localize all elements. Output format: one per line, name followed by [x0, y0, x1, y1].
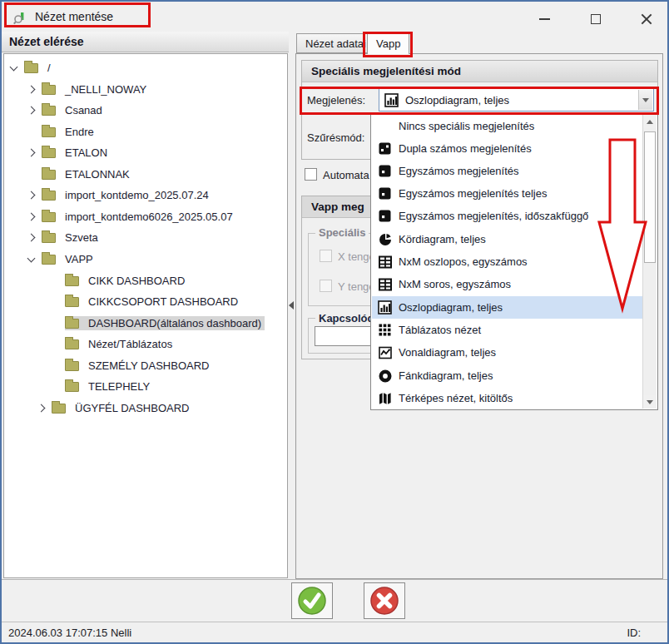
dropdown-item[interactable]: Egyszámos megjelenítés: [372, 160, 643, 182]
folder-icon: [24, 63, 38, 73]
dropdown-item[interactable]: Kördiagram, teljes: [372, 228, 643, 250]
dropdown-item[interactable]: Egyszámos megjelenítés, időszakfüggő: [372, 205, 643, 227]
maximize-button[interactable]: [583, 10, 608, 28]
folder-icon: [42, 148, 56, 158]
save-view-dialog: Nézet mentése Nézet elérése / _NELLI_NOW…: [0, 0, 669, 644]
folder-icon: [42, 233, 56, 243]
dropdown-item[interactable]: Táblázatos nézet: [372, 319, 643, 341]
folder-icon: [42, 191, 56, 201]
chevron-right-icon[interactable]: [27, 149, 36, 157]
dropdown-item[interactable]: Térképes nézet, kitöltős: [372, 387, 643, 409]
dropdown-scrollbar[interactable]: [642, 115, 657, 409]
tab-vapp[interactable]: Vapp: [367, 32, 409, 54]
tree-item[interactable]: Endre: [4, 121, 287, 142]
chevron-right-icon[interactable]: [27, 234, 36, 242]
tree-item[interactable]: SZEMÉLY DASHBOARD: [4, 355, 287, 376]
arrow-down-icon: [647, 400, 653, 404]
chevron-right-icon[interactable]: [27, 107, 36, 115]
dual-number-icon: [378, 141, 392, 156]
dropdown-item[interactable]: Fánkdiagram, teljes: [372, 364, 643, 387]
status-timestamp: 2024.06.03 17:07:15 Nelli: [8, 627, 131, 639]
tree-item[interactable]: VAPP: [4, 249, 287, 270]
filter-label: Szűrésmód:: [307, 131, 364, 144]
cancel-button[interactable]: [364, 582, 405, 619]
dropdown-item-selected[interactable]: Oszlopdiagram, teljes: [372, 296, 643, 319]
automata-checkbox[interactable]: [305, 168, 317, 181]
x-axis-checkbox[interactable]: [320, 250, 332, 262]
display-value: Oszlopdiagram, teljes: [405, 94, 509, 107]
tree-item[interactable]: ETALON: [4, 142, 287, 163]
close-icon: [641, 13, 652, 25]
tree-item[interactable]: TELEPHELY: [4, 376, 287, 397]
folder-icon: [42, 85, 56, 95]
dropdown-item[interactable]: Nincs speciális megjelenítés: [372, 115, 643, 137]
no-icon: [378, 119, 392, 133]
pie-chart-icon: [378, 232, 392, 246]
donut-chart-icon: [378, 369, 392, 383]
status-bar: 2024.06.03 17:07:15 Nelli ID:: [2, 622, 667, 642]
chevron-right-icon[interactable]: [27, 191, 36, 200]
tree-item[interactable]: Szveta: [4, 227, 287, 248]
grid-table-icon: [378, 255, 392, 269]
dropdown-item[interactable]: Egyszámos megjelenítés teljes: [372, 182, 643, 205]
tab-view-data[interactable]: Nézet adatai: [296, 33, 375, 53]
display-label: Megjelenés:: [307, 94, 365, 107]
folder-icon: [42, 255, 56, 265]
display-dropdown-list: Nincs speciális megjelenítés Dupla számo…: [370, 113, 658, 410]
view-save-icon: [13, 11, 28, 26]
folder-tree: / _NELLI_NOWAY Csanad Endre ETALON ETALO…: [3, 53, 288, 578]
chevron-right-icon[interactable]: [27, 213, 36, 221]
folder-icon: [65, 276, 79, 286]
dropdown-item[interactable]: NxM soros, egyszámos: [372, 273, 643, 295]
close-button[interactable]: [634, 10, 659, 28]
y-axis-label: Y tenge: [338, 280, 375, 293]
table-dots-icon: [378, 323, 392, 337]
tree-item[interactable]: CIKKCSOPORT DASHBOARD: [4, 291, 287, 312]
tree-item[interactable]: Nézet/Táblázatos: [4, 334, 287, 354]
dropdown-item[interactable]: NxM oszlopos, egyszámos: [372, 250, 643, 273]
minimize-button[interactable]: [532, 10, 557, 28]
check-icon: [297, 586, 327, 616]
grid-table-icon: [378, 277, 392, 291]
folder-icon: [65, 361, 79, 371]
tree-panel-header: Nézet elérése: [2, 32, 289, 52]
tree-item[interactable]: _NELLI_NOWAY: [4, 79, 287, 100]
tree-item[interactable]: CIKK DASHBOARD: [4, 270, 287, 291]
y-axis-checkbox[interactable]: [320, 280, 332, 292]
single-number-icon: [378, 186, 392, 201]
single-number-icon: [378, 209, 392, 223]
status-id-label: ID:: [627, 627, 641, 639]
single-number-icon: [378, 164, 392, 178]
display-combobox[interactable]: Oszlopdiagram, teljes: [379, 88, 654, 111]
window-title: Nézet mentése: [35, 10, 113, 23]
maximize-icon: [591, 14, 601, 24]
tree-item-selected[interactable]: DASHBOARD(általános dashboard): [4, 313, 287, 334]
chevron-down-icon[interactable]: [27, 254, 36, 262]
scroll-up-button[interactable]: [643, 115, 657, 128]
folder-icon: [65, 319, 79, 329]
folder-icon: [65, 297, 79, 307]
tree-item[interactable]: import_kontdemo6026_2025.05.07: [4, 206, 287, 227]
combobox-dropdown-button[interactable]: [638, 90, 652, 110]
map-icon: [378, 391, 392, 405]
chevron-right-icon[interactable]: [37, 404, 46, 413]
scroll-down-button[interactable]: [643, 395, 657, 409]
folder-icon: [42, 127, 56, 137]
dropdown-item[interactable]: Dupla számos megjelenítés: [372, 137, 643, 160]
ok-button[interactable]: [291, 582, 333, 619]
bar-chart-icon: [378, 300, 392, 315]
scrollbar-thumb[interactable]: [644, 131, 656, 263]
tree-item[interactable]: import_kontdemo_2025.07.24: [4, 185, 287, 206]
tree-item-root[interactable]: /: [4, 57, 287, 78]
tree-item[interactable]: Csanad: [4, 100, 287, 121]
folder-icon: [42, 170, 56, 180]
chevron-right-icon[interactable]: [27, 86, 36, 94]
splitter-collapse-icon[interactable]: [289, 301, 294, 310]
tree-item[interactable]: ETALONNAK: [4, 164, 287, 185]
special-legend: Speciális: [315, 226, 369, 239]
chevron-down-icon[interactable]: [10, 62, 18, 71]
tree-item[interactable]: ÜGYFÉL DASHBOARD: [4, 398, 287, 419]
dropdown-item[interactable]: Vonaldiagram, teljes: [372, 341, 643, 364]
arrow-up-icon: [647, 120, 653, 124]
x-icon: [369, 586, 399, 616]
